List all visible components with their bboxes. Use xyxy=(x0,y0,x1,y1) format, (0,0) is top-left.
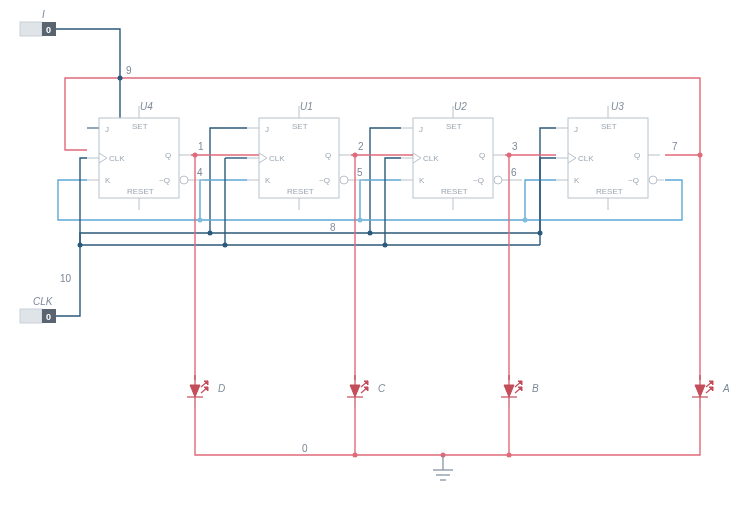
net4-label: 4 xyxy=(197,167,203,178)
net0-label: 0 xyxy=(302,443,308,454)
svg-text:I: I xyxy=(42,9,45,20)
svg-point-5 xyxy=(358,218,363,223)
svg-text:SET: SET xyxy=(446,122,462,131)
svg-text:Q: Q xyxy=(479,151,485,160)
led-C xyxy=(347,375,368,407)
ground-symbol xyxy=(433,455,453,480)
chip-U1: J CLK K Q ~Q SET RESET xyxy=(247,106,355,210)
input-CLK[interactable]: CLK 0 xyxy=(20,296,56,323)
svg-text:SET: SET xyxy=(132,122,148,131)
svg-text:J: J xyxy=(419,125,423,134)
svg-text:CLK: CLK xyxy=(109,154,125,163)
svg-text:SET: SET xyxy=(601,122,617,131)
net3-label: 3 xyxy=(512,141,518,152)
svg-text:CLK: CLK xyxy=(423,154,439,163)
led-B-label: B xyxy=(532,383,539,394)
svg-point-1 xyxy=(208,231,213,236)
svg-text:Q: Q xyxy=(634,151,640,160)
chip-U3: J CLK K Q ~Q SET RESET xyxy=(556,106,664,210)
svg-text:J: J xyxy=(574,125,578,134)
svg-text:Q: Q xyxy=(325,151,331,160)
svg-rect-31 xyxy=(20,309,42,323)
net5-label: 5 xyxy=(357,167,363,178)
svg-text:~Q: ~Q xyxy=(159,176,170,185)
net10-label: 10 xyxy=(60,273,72,284)
svg-point-6 xyxy=(523,218,528,223)
schematic-canvas: I 0 9 CLK 0 10 8 J CLK K Q ~Q SET RESET … xyxy=(0,0,752,509)
net2-label: 2 xyxy=(358,141,364,152)
net9-label: 9 xyxy=(126,65,132,76)
svg-text:0: 0 xyxy=(46,25,51,35)
svg-text:~Q: ~Q xyxy=(319,176,330,185)
led-D xyxy=(187,375,208,407)
led-A-label: A xyxy=(722,383,730,394)
led-C-label: C xyxy=(378,383,386,394)
net8-label: 8 xyxy=(330,222,336,233)
net7-label: 7 xyxy=(672,141,678,152)
svg-text:K: K xyxy=(105,176,111,185)
svg-text:~Q: ~Q xyxy=(628,176,639,185)
svg-point-72 xyxy=(507,453,512,458)
chip-U1-label: U1 xyxy=(300,101,313,112)
svg-point-29 xyxy=(118,76,123,81)
svg-text:SET: SET xyxy=(292,122,308,131)
net6-label: 6 xyxy=(511,167,517,178)
svg-text:0: 0 xyxy=(46,312,51,322)
led-A xyxy=(692,375,713,407)
svg-text:CLK: CLK xyxy=(33,296,54,307)
svg-text:Q: Q xyxy=(165,151,171,160)
svg-text:J: J xyxy=(265,125,269,134)
svg-point-2 xyxy=(368,231,373,236)
chip-U4-label: U4 xyxy=(140,101,153,112)
chip-U2: J CLK K Q ~Q SET RESET xyxy=(401,106,509,210)
svg-text:K: K xyxy=(574,176,580,185)
input-I[interactable]: I 0 xyxy=(20,9,56,36)
chip-U3-label: U3 xyxy=(611,101,624,112)
svg-text:K: K xyxy=(419,176,425,185)
led-B xyxy=(501,375,522,407)
chip-U2-label: U2 xyxy=(454,101,467,112)
chip-U4: J CLK K Q ~Q SET RESET xyxy=(87,106,195,210)
svg-text:J: J xyxy=(105,125,109,134)
svg-text:K: K xyxy=(265,176,271,185)
svg-point-71 xyxy=(353,453,358,458)
net1-label: 1 xyxy=(198,141,204,152)
svg-text:RESET: RESET xyxy=(287,187,314,196)
svg-point-4 xyxy=(198,218,203,223)
svg-text:CLK: CLK xyxy=(578,154,594,163)
svg-text:RESET: RESET xyxy=(441,187,468,196)
svg-text:RESET: RESET xyxy=(596,187,623,196)
svg-text:~Q: ~Q xyxy=(473,176,484,185)
svg-text:RESET: RESET xyxy=(127,187,154,196)
svg-rect-25 xyxy=(20,22,42,36)
led-D-label: D xyxy=(218,383,225,394)
svg-text:CLK: CLK xyxy=(269,154,285,163)
